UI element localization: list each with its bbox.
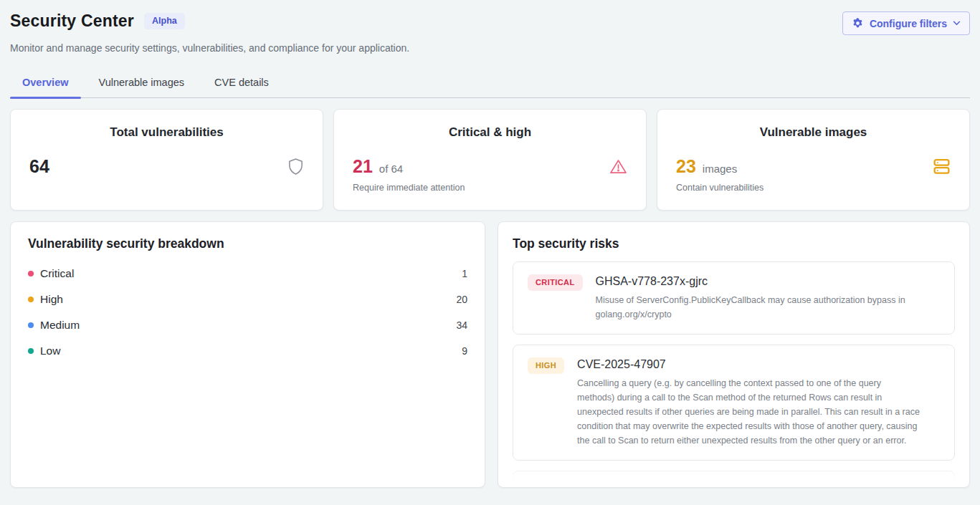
breakdown-list: Critical 1 High 20 Medium 34 [28, 261, 467, 364]
risk-id: CVE-2025-47907 [577, 357, 920, 371]
risk-card-cve-2025-9086[interactable]: HIGH CVE-2025-9086 [513, 471, 955, 488]
risk-description: Cancelling a query (e.g. by cancelling t… [577, 376, 920, 448]
stat-card-total-vulnerabilities: Total vulnerabilities 64 [10, 109, 323, 211]
breakdown-label: High [40, 293, 63, 306]
stat-card-critical-high: Critical & high 21of 64 Require immediat… [333, 109, 647, 211]
configure-filters-button[interactable]: Configure filters [842, 11, 970, 35]
severity-badge: HIGH [528, 484, 564, 488]
breakdown-value: 9 [462, 345, 467, 357]
stat-card-vulnerable-images: Vulnerable images 23images Contain vulne… [657, 109, 970, 211]
critical-dot-icon [28, 271, 34, 276]
vulnerability-breakdown-panel: Vulnerability security breakdown Critica… [10, 221, 485, 488]
breakdown-row-low: Low 9 [28, 338, 467, 364]
stat-subtitle: Contain vulnerabilities [676, 183, 951, 193]
risk-card-cve-2025-47907[interactable]: HIGH CVE-2025-47907 Cancelling a query (… [513, 345, 955, 461]
severity-badge: CRITICAL [528, 274, 583, 291]
stat-title: Critical & high [353, 125, 627, 140]
breakdown-label: Critical [40, 267, 74, 280]
risk-description: Misuse of ServerConfig.PublicKeyCallback… [596, 293, 938, 322]
risk-card-ghsa-v778-237x-gjrc[interactable]: CRITICAL GHSA-v778-237x-gjrc Misuse of S… [513, 261, 955, 335]
tab-bar: Overview Vulnerable images CVE details [10, 69, 970, 98]
tab-overview[interactable]: Overview [10, 69, 81, 97]
configure-filters-label: Configure filters [870, 18, 947, 29]
breakdown-label: Low [40, 345, 60, 357]
risk-id: CVE-2025-9086 [577, 484, 660, 488]
stat-value: 64 [29, 156, 49, 176]
risks-heading: Top security risks [513, 236, 955, 251]
page-header: Security Center Alpha Configure filters [10, 11, 970, 35]
alpha-badge: Alpha [144, 13, 185, 29]
warning-triangle-icon [609, 158, 627, 175]
gear-icon [852, 17, 864, 29]
stat-title: Total vulnerabilities [29, 125, 304, 140]
stat-value: 23 [676, 156, 696, 176]
stat-suffix: images [703, 163, 737, 175]
security-center-page: Security Center Alpha Configure filters … [0, 0, 980, 488]
stat-title: Vulnerable images [676, 125, 951, 140]
risk-id: GHSA-v778-237x-gjrc [596, 274, 938, 288]
stat-suffix: of 64 [379, 163, 403, 175]
high-dot-icon [28, 297, 34, 302]
tab-cve-details[interactable]: CVE details [202, 69, 281, 97]
page-subtitle: Monitor and manage security settings, vu… [10, 42, 970, 54]
breakdown-heading: Vulnerability security breakdown [28, 236, 467, 251]
breakdown-row-critical: Critical 1 [28, 261, 467, 287]
stat-value: 21 [353, 156, 373, 176]
medium-dot-icon [28, 322, 34, 328]
server-stack-icon [933, 158, 951, 175]
stat-subtitle: Require immediate attention [353, 183, 627, 193]
tab-vulnerable-images[interactable]: Vulnerable images [87, 69, 197, 97]
severity-badge: HIGH [528, 357, 564, 374]
stats-row: Total vulnerabilities 64 Critical & high… [10, 109, 970, 211]
breakdown-value: 20 [456, 294, 467, 305]
breakdown-row-medium: Medium 34 [28, 312, 467, 338]
page-title: Security Center [10, 11, 134, 31]
breakdown-value: 1 [462, 268, 467, 279]
breakdown-label: Medium [40, 319, 80, 332]
top-security-risks-panel: Top security risks CRITICAL GHSA-v778-23… [498, 221, 970, 488]
low-dot-icon [28, 348, 34, 354]
shield-icon [287, 158, 304, 175]
breakdown-row-high: High 20 [28, 287, 467, 312]
breakdown-value: 34 [456, 319, 467, 331]
panels-row: Vulnerability security breakdown Critica… [10, 221, 970, 488]
chevron-down-icon [953, 21, 961, 26]
